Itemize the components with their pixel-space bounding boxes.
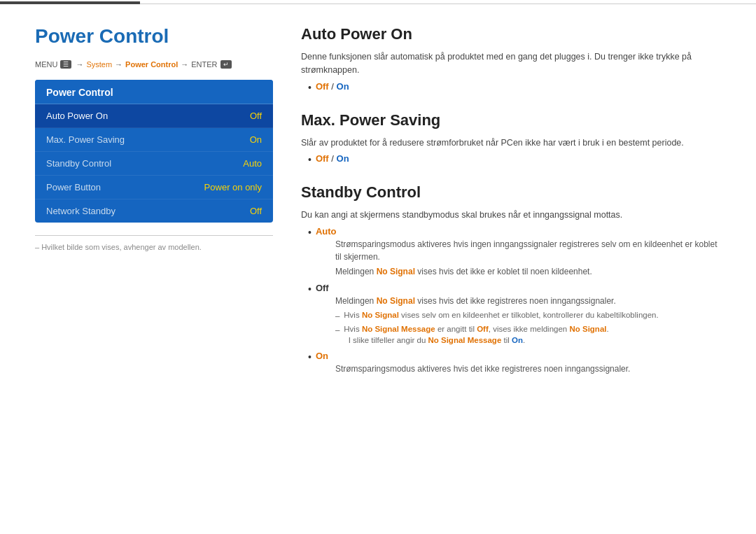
menu-item-value-power-button: Power on only [204,182,262,192]
menu-item-label-network-standby: Network Standby [46,206,115,216]
standby-auto-header: Auto [316,226,721,237]
menu-item-standby-control[interactable]: Standby Control Auto [35,152,273,176]
breadcrumb: MENU ☰ → System → Power Control → ENTER … [35,60,273,69]
breadcrumb-enter-icon: ↵ [220,60,232,69]
section-desc-standby-control: Du kan angi at skjermens standbymodus sk… [301,209,721,222]
standby-on-label: On [316,351,328,361]
breadcrumb-power-control: Power Control [125,60,178,69]
standby-on-desc: Strømsparingsmodus aktiveres hvis det ik… [335,363,631,375]
bullet-dot-on: • [308,351,312,363]
breadcrumb-arrow3: → [181,60,188,69]
main-container: Power Control MENU ☰ → System → Power Co… [0,4,756,409]
option-separator: / [331,81,336,92]
standby-off-dash-text-1: Hvis No Signal vises selv om en kildeenh… [344,309,658,321]
standby-off-header: Off [316,283,659,293]
footnote: – Hvilket bilde som vises, avhenger av m… [35,235,273,251]
standby-auto-desc: Strømsparingsmodus aktiveres hvis ingen … [335,238,721,263]
breadcrumb-menu-icon: ☰ [60,60,71,69]
section-desc-max-power-saving: Slår av produktet for å redusere strømfo… [301,136,721,150]
bullet-dot-mps: • [308,154,312,165]
menu-item-network-standby[interactable]: Network Standby Off [35,199,273,223]
standby-auto-note: Meldingen No Signal vises hvis det ikke … [335,265,721,278]
breadcrumb-arrow2: → [115,60,122,69]
section-standby-control: Standby Control Du kan angi at skjermens… [301,183,721,377]
standby-off-content: Off Meldingen No Signal vises hvis det i… [316,283,659,348]
bullet-dot: • [308,82,312,93]
standby-auto-content: Auto Strømsparingsmodus aktiveres hvis i… [316,226,721,280]
standby-off-dash-1: – Hvis No Signal vises selv om en kildee… [335,309,659,321]
bullet-text-auto-power-on: Off / On [316,81,349,92]
bullet-text-max-power-saving: Off / On [316,153,349,164]
standby-on-header: On [316,351,631,361]
standby-off-dash-text-2: Hvis No Signal Message er angitt til Off… [344,323,608,346]
bullet-standby-auto: • Auto Strømsparingsmodus aktiveres hvis… [308,226,721,280]
standby-auto-label: Auto [316,226,337,237]
top-bar [0,0,756,4]
no-signal-message-ref-2: No Signal Message [428,336,501,344]
bullet-max-power-saving-options: • Off / On [308,153,721,165]
menu-item-label-max-power-saving: Max. Power Saving [46,134,125,145]
option-separator-mps: / [331,153,336,164]
no-signal-ref-3: No Signal [362,311,399,319]
no-signal-message-ref-1: No Signal Message [362,325,435,333]
menu-box-header: Power Control [35,80,273,104]
option-off: Off [316,81,329,92]
standby-on-content: On Strømsparingsmodus aktiveres hvis det… [316,351,631,377]
menu-item-auto-power-on[interactable]: Auto Power On Off [35,104,273,128]
section-desc-auto-power-on: Denne funksjonen slår automatisk på prod… [301,50,721,77]
standby-off-dash-2: – Hvis No Signal Message er angitt til O… [335,323,659,346]
menu-item-power-button[interactable]: Power Button Power on only [35,176,273,199]
dash-icon-2: – [335,324,340,335]
no-signal-ref-1: No Signal [377,267,415,276]
menu-item-value-max-power-saving: On [250,134,262,145]
breadcrumb-enter: ENTER [191,60,217,69]
option-on-mps: On [337,153,349,164]
breadcrumb-menu: MENU [35,60,57,69]
section-title-standby-control: Standby Control [301,183,721,202]
menu-item-value-standby-control: Auto [243,158,262,169]
menu-item-label-standby-control: Standby Control [46,158,111,169]
page-title: Power Control [35,25,273,48]
top-bar-line [140,3,756,4]
option-off-mps: Off [316,153,329,164]
section-auto-power-on: Auto Power On Denne funksjonen slår auto… [301,25,721,93]
menu-box: Power Control Auto Power On Off Max. Pow… [35,80,273,223]
bullet-auto-power-on-options: • Off / On [308,81,721,93]
standby-off-desc: Meldingen No Signal vises hvis det ikke … [335,295,659,307]
bullet-standby-off: • Off Meldingen No Signal vises hvis det… [308,283,721,348]
menu-item-value-auto-power-on: Off [250,111,262,121]
no-signal-ref-2: No Signal [377,296,415,306]
section-max-power-saving: Max. Power Saving Slår av produktet for … [301,111,721,166]
on-ref-1: On [512,336,523,344]
standby-off-label: Off [316,283,329,293]
section-title-auto-power-on: Auto Power On [301,25,721,43]
right-panel: Auto Power On Denne funksjonen slår auto… [301,18,721,395]
bullet-standby-on: • On Strømsparingsmodus aktiveres hvis d… [308,351,721,377]
bullet-dot-auto: • [308,227,312,238]
off-ref-1: Off [477,325,489,333]
section-title-max-power-saving: Max. Power Saving [301,111,721,129]
menu-item-value-network-standby: Off [250,206,262,216]
top-bar-accent [0,1,140,4]
left-panel: Power Control MENU ☰ → System → Power Co… [35,18,273,395]
option-on: On [337,81,349,92]
dash-icon-1: – [335,310,340,321]
bullet-dot-off: • [308,283,312,295]
no-signal-ref-4: No Signal [569,325,606,333]
breadcrumb-arrow1: → [76,60,83,69]
menu-item-label-power-button: Power Button [46,182,101,192]
menu-item-label-auto-power-on: Auto Power On [46,111,108,121]
menu-item-max-power-saving[interactable]: Max. Power Saving On [35,128,273,152]
breadcrumb-system: System [86,60,112,69]
